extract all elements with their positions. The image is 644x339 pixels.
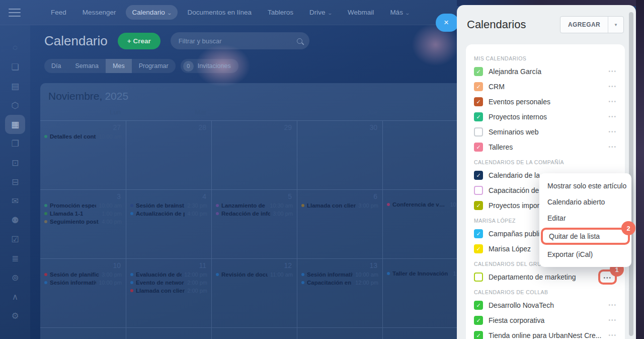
nav-item-mas[interactable]: Más⌄ [383, 5, 416, 20]
calendar-checkbox[interactable]: ✓ [474, 82, 483, 91]
calendar-event[interactable]: Evaluación de de…12:00 pm [126, 270, 211, 279]
calendar-checkbox[interactable]: ✓ [474, 143, 483, 152]
calendar-icon[interactable]: ▦ [5, 115, 25, 134]
calendar-event[interactable]: Conferencia de v…10:00 [383, 200, 468, 209]
settings-icon[interactable]: ⚙ [5, 306, 25, 325]
calendar-day-cell[interactable]: 5Lanzamiento de …10:30 amRedacción de in… [211, 189, 297, 258]
calendar-event[interactable]: Actualización de p…4:00 pm [126, 210, 211, 218]
calendar-day-cell[interactable]: 4Sesión de brainst…2:30 pmActualización … [126, 189, 211, 258]
nav-item-webmail[interactable]: Webmail [341, 5, 380, 20]
calendar-event[interactable]: Llamada con cliente3:00 pm [297, 201, 382, 210]
calendar-name[interactable]: Tienda online para UrbanNest Cre... [489, 331, 603, 339]
calendar-name[interactable]: CRM [489, 83, 603, 91]
calendar-name[interactable]: Departamento de marketing [489, 273, 593, 281]
market-icon[interactable]: ⊚ [5, 268, 25, 287]
calendar-checkbox[interactable]: ✓ [474, 244, 483, 253]
calendar-event[interactable]: Revisión de docu…11:00 am [212, 270, 297, 279]
calendar-day-cell[interactable] [382, 120, 468, 189]
calendar-checkbox[interactable] [474, 127, 483, 137]
calendar-day-cell[interactable] [211, 327, 297, 339]
calendar-event[interactable]: Sesión informativa10:00 am [297, 270, 382, 279]
calendar-event[interactable]: Sesión de planific…3:00 pm [40, 270, 126, 279]
nav-item-tableros[interactable]: Tableros [261, 5, 300, 20]
calendar-name[interactable]: Eventos personales [489, 98, 603, 106]
calendar-checkbox[interactable]: ✓ [474, 171, 483, 180]
nav-item-drive[interactable]: Drive⌄ [303, 5, 338, 20]
calendar-day-cell[interactable] [382, 327, 468, 339]
drive-icon[interactable]: ⊟ [5, 172, 25, 191]
calendar-day-cell[interactable]: Taller de Innovación1:00 [382, 258, 468, 327]
tab-programar[interactable]: Programar [132, 59, 176, 73]
nav-item-messenger[interactable]: Messenger [76, 5, 123, 20]
menu-item-editar[interactable]: Editar [539, 210, 631, 226]
calendar-day-cell[interactable]: 6Llamada con cliente3:00 pm [297, 189, 382, 258]
calendar-day-cell[interactable]: 28 [126, 120, 211, 189]
tab-dia[interactable]: Día [44, 59, 68, 73]
calendar-day-cell[interactable]: Conferencia de v…10:00 [382, 189, 468, 258]
item-menu-button[interactable]: ••• [608, 82, 617, 91]
calendar-day-cell[interactable] [297, 327, 382, 339]
news-icon[interactable]: ▤ [5, 77, 25, 96]
calendar-event[interactable]: Capacitación en l…12:00 pm [297, 279, 382, 287]
menu-icon[interactable] [9, 8, 21, 18]
item-menu-button[interactable]: ••• [608, 67, 617, 76]
add-dropdown-button[interactable]: ▼ [608, 17, 623, 33]
calendar-event[interactable]: Redacción de info…3:00 pm [212, 210, 297, 218]
nav-item-documentos-en-linea[interactable]: Documentos en línea [181, 5, 258, 20]
search-box[interactable] [171, 32, 309, 49]
crm-icon[interactable]: ⬡ [5, 96, 25, 115]
search-input[interactable] [178, 37, 297, 45]
item-menu-button[interactable]: ••• [608, 316, 617, 325]
create-button[interactable]: + Crear [118, 33, 160, 49]
calendar-checkbox[interactable]: ✓ [474, 229, 483, 238]
item-menu-button[interactable]: ••• [608, 97, 617, 106]
calendar-name[interactable]: Seminarios web [489, 128, 603, 136]
item-menu-button[interactable]: ••• [608, 331, 617, 339]
calendar-event[interactable]: Evento de networ…2:00 pm [126, 279, 211, 287]
employees-icon[interactable]: ⚉ [5, 211, 25, 230]
invitations-pill[interactable]: 0 Invitaciones [181, 59, 238, 73]
calendar-day-cell[interactable] [40, 327, 126, 339]
calendar-event[interactable]: Llamada 1-11:00 pm [40, 210, 126, 218]
calendar-event[interactable]: Taller de Innovación1:00 [383, 269, 468, 278]
tasks-icon[interactable]: ☑ [5, 230, 25, 249]
calendar-day-cell[interactable]: 12Revisión de docu…11:00 am [211, 258, 297, 327]
calendar-checkbox[interactable]: ✓ [474, 316, 483, 325]
nav-item-feed[interactable]: Feed [44, 5, 73, 20]
item-menu-button[interactable]: ••• [608, 127, 617, 137]
calendar-event[interactable]: Llamada con cliente2:00 pm [126, 287, 211, 295]
calendar-event[interactable]: Sesión informativa10:00 pm [40, 279, 126, 287]
calendar-checkbox[interactable]: ✓ [474, 201, 483, 210]
calendar-name[interactable]: Fiesta corporativa [489, 316, 603, 324]
calendar-event[interactable]: Promoción espec…10:00 am [40, 201, 126, 210]
calendar-day-cell[interactable] [126, 327, 211, 339]
item-menu-button[interactable]: ••• [608, 143, 617, 152]
calendar-day-cell[interactable]: 3Promoción espec…10:00 amLlamada 1-11:00… [40, 189, 126, 258]
feed-icon[interactable]: ◌ [5, 38, 25, 57]
calendar-event[interactable]: Detalles del contr…10:00 am [40, 132, 126, 141]
calendar-day-cell[interactable]: 10Sesión de planific…3:00 pmSesión infor… [40, 258, 126, 327]
calendar-checkbox[interactable]: ✓ [474, 97, 483, 106]
calendar-name[interactable]: Alejandra García [489, 67, 603, 76]
expand-icon[interactable]: ∧ [5, 287, 25, 306]
close-panel-button[interactable]: × [436, 14, 459, 32]
nav-item-calendario[interactable]: Calendario⌄ [126, 5, 178, 20]
menu-item-quitar-de-la-lista[interactable]: Quitar de la lista2 [541, 228, 630, 245]
calendar-checkbox[interactable]: ✓ [474, 331, 483, 339]
calendar-checkbox[interactable] [474, 273, 483, 282]
boards-icon[interactable]: ⊡ [5, 153, 25, 172]
calendar-day-cell[interactable]: 11Evaluación de de…12:00 pmEvento de net… [126, 258, 211, 327]
item-menu-button[interactable]: ••• [608, 112, 617, 121]
calendar-checkbox[interactable] [474, 186, 483, 195]
menu-item-calendario-abierto[interactable]: Calendario abierto [539, 194, 631, 210]
calendar-checkbox[interactable]: ✓ [474, 112, 483, 121]
documents-icon[interactable]: ❐ [5, 134, 25, 153]
calendar-event[interactable]: Seguimiento post…4:00 pm [40, 218, 126, 226]
sites-icon[interactable]: ≣ [5, 249, 25, 268]
mail-icon[interactable]: ✉ [5, 191, 25, 211]
menu-item-mostrar-solo-este-articulo[interactable]: Mostrar solo este artículo [539, 178, 631, 194]
tab-mes[interactable]: Mes [106, 59, 132, 73]
calendar-event[interactable]: Sesión de brainst…2:30 pm [126, 201, 211, 210]
item-menu-button[interactable]: ••• [608, 301, 617, 310]
calendar-day-cell[interactable]: 29 [211, 120, 297, 189]
